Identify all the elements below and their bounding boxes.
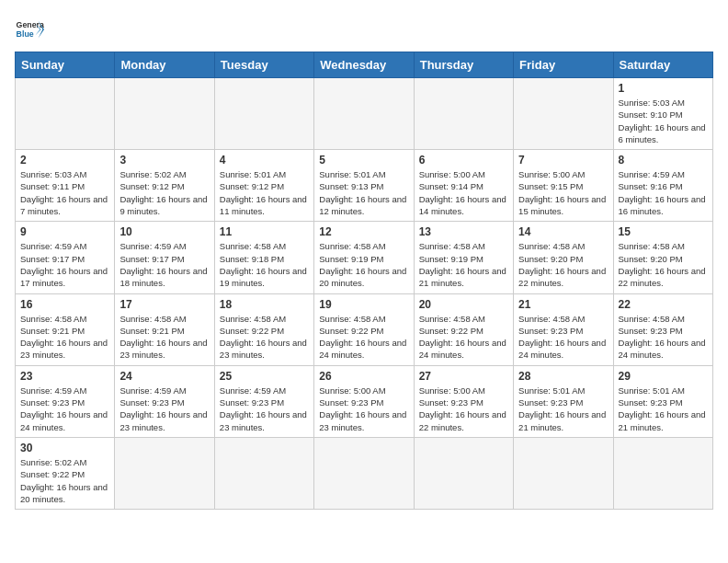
day-info: Sunrise: 4:59 AM Sunset: 9:23 PM Dayligh… [20,385,109,433]
day-number: 7 [518,154,608,167]
day-info: Sunrise: 5:01 AM Sunset: 9:13 PM Dayligh… [319,168,408,217]
day-info: Sunrise: 5:00 AM Sunset: 9:23 PM Dayligh… [419,385,508,433]
day-number: 8 [619,154,708,167]
day-cell: 15Sunrise: 4:58 AM Sunset: 9:20 PM Dayli… [613,222,712,293]
day-number: 24 [119,370,209,383]
day-cell: 11Sunrise: 4:58 AM Sunset: 9:18 PM Dayli… [214,222,313,293]
day-info: Sunrise: 5:01 AM Sunset: 9:23 PM Dayligh… [518,385,608,433]
day-cell: 20Sunrise: 4:58 AM Sunset: 9:22 PM Dayli… [414,293,513,365]
day-info: Sunrise: 4:58 AM Sunset: 9:18 PM Dayligh… [220,240,309,289]
day-cell: 25Sunrise: 4:59 AM Sunset: 9:23 PM Dayli… [214,365,313,437]
day-number: 21 [518,298,608,311]
header-row: SundayMondayTuesdayWednesdayThursdayFrid… [16,52,713,78]
svg-text:Blue: Blue [17,29,34,39]
logo: General Blue [15,15,44,44]
day-info: Sunrise: 5:02 AM Sunset: 9:22 PM Dayligh… [20,456,109,505]
header: General Blue [15,15,713,44]
week-row-6: 30Sunrise: 5:02 AM Sunset: 9:22 PM Dayli… [16,437,713,509]
day-cell: 24Sunrise: 4:59 AM Sunset: 9:23 PM Dayli… [115,365,214,437]
day-number: 16 [20,298,109,311]
day-cell [115,78,214,150]
day-cell: 1Sunrise: 5:03 AM Sunset: 9:10 PM Daylig… [613,78,712,150]
col-header-thursday: Thursday [414,52,513,78]
day-info: Sunrise: 5:01 AM Sunset: 9:23 PM Dayligh… [619,385,708,433]
day-cell: 6Sunrise: 5:00 AM Sunset: 9:14 PM Daylig… [414,150,513,222]
day-info: Sunrise: 5:00 AM Sunset: 9:23 PM Dayligh… [319,385,408,433]
day-info: Sunrise: 4:59 AM Sunset: 9:17 PM Dayligh… [20,240,109,289]
day-info: Sunrise: 4:59 AM Sunset: 9:23 PM Dayligh… [119,385,209,433]
day-cell [514,78,613,150]
day-info: Sunrise: 4:58 AM Sunset: 9:21 PM Dayligh… [119,313,209,362]
day-info: Sunrise: 5:00 AM Sunset: 9:15 PM Dayligh… [518,168,608,217]
day-cell: 9Sunrise: 4:59 AM Sunset: 9:17 PM Daylig… [16,222,115,293]
day-number: 19 [319,298,408,311]
day-cell [514,437,613,509]
day-info: Sunrise: 5:03 AM Sunset: 9:11 PM Dayligh… [20,168,109,217]
day-info: Sunrise: 4:58 AM Sunset: 9:23 PM Dayligh… [518,313,608,362]
day-cell [214,78,313,150]
day-cell: 17Sunrise: 4:58 AM Sunset: 9:21 PM Dayli… [115,293,214,365]
day-number: 9 [20,225,109,238]
day-number: 17 [119,298,209,311]
day-info: Sunrise: 5:00 AM Sunset: 9:14 PM Dayligh… [419,168,508,217]
day-cell: 4Sunrise: 5:01 AM Sunset: 9:12 PM Daylig… [214,150,313,222]
day-cell: 5Sunrise: 5:01 AM Sunset: 9:13 PM Daylig… [314,150,414,222]
day-number: 20 [419,298,508,311]
day-cell: 28Sunrise: 5:01 AM Sunset: 9:23 PM Dayli… [514,365,613,437]
calendar-table: SundayMondayTuesdayWednesdayThursdayFrid… [15,52,713,510]
day-cell [414,437,513,509]
day-number: 29 [619,370,708,383]
day-info: Sunrise: 4:59 AM Sunset: 9:16 PM Dayligh… [619,168,708,217]
week-row-3: 9Sunrise: 4:59 AM Sunset: 9:17 PM Daylig… [16,222,713,293]
day-info: Sunrise: 4:58 AM Sunset: 9:23 PM Dayligh… [619,313,708,362]
col-header-wednesday: Wednesday [314,52,414,78]
day-info: Sunrise: 5:01 AM Sunset: 9:12 PM Dayligh… [220,168,309,217]
day-cell [115,437,214,509]
day-info: Sunrise: 4:58 AM Sunset: 9:22 PM Dayligh… [419,313,508,362]
day-cell: 7Sunrise: 5:00 AM Sunset: 9:15 PM Daylig… [514,150,613,222]
day-number: 14 [518,225,608,238]
day-cell: 14Sunrise: 4:58 AM Sunset: 9:20 PM Dayli… [514,222,613,293]
day-number: 3 [119,154,209,167]
day-cell [214,437,313,509]
day-cell: 16Sunrise: 4:58 AM Sunset: 9:21 PM Dayli… [16,293,115,365]
day-number: 18 [220,298,309,311]
day-cell [16,78,115,150]
day-info: Sunrise: 4:59 AM Sunset: 9:17 PM Dayligh… [119,240,209,289]
day-cell: 21Sunrise: 4:58 AM Sunset: 9:23 PM Dayli… [514,293,613,365]
week-row-1: 1Sunrise: 5:03 AM Sunset: 9:10 PM Daylig… [16,78,713,150]
col-header-saturday: Saturday [613,52,712,78]
day-number: 11 [220,225,309,238]
day-number: 12 [319,225,408,238]
day-number: 4 [220,154,309,167]
day-number: 25 [220,370,309,383]
col-header-monday: Monday [115,52,214,78]
day-info: Sunrise: 4:59 AM Sunset: 9:23 PM Dayligh… [220,385,309,433]
week-row-4: 16Sunrise: 4:58 AM Sunset: 9:21 PM Dayli… [16,293,713,365]
day-number: 1 [619,82,708,95]
day-info: Sunrise: 4:58 AM Sunset: 9:19 PM Dayligh… [319,240,408,289]
day-number: 5 [319,154,408,167]
day-info: Sunrise: 4:58 AM Sunset: 9:20 PM Dayligh… [619,240,708,289]
day-cell [613,437,712,509]
day-cell: 26Sunrise: 5:00 AM Sunset: 9:23 PM Dayli… [314,365,414,437]
day-number: 27 [419,370,508,383]
logo-icon: General Blue [15,15,44,44]
day-cell: 22Sunrise: 4:58 AM Sunset: 9:23 PM Dayli… [613,293,712,365]
week-row-2: 2Sunrise: 5:03 AM Sunset: 9:11 PM Daylig… [16,150,713,222]
day-number: 13 [419,225,508,238]
day-number: 28 [518,370,608,383]
day-cell: 18Sunrise: 4:58 AM Sunset: 9:22 PM Dayli… [214,293,313,365]
day-number: 2 [20,154,109,167]
day-cell: 12Sunrise: 4:58 AM Sunset: 9:19 PM Dayli… [314,222,414,293]
day-info: Sunrise: 4:58 AM Sunset: 9:19 PM Dayligh… [419,240,508,289]
day-info: Sunrise: 5:02 AM Sunset: 9:12 PM Dayligh… [119,168,209,217]
day-number: 30 [20,442,109,454]
week-row-5: 23Sunrise: 4:59 AM Sunset: 9:23 PM Dayli… [16,365,713,437]
day-cell: 27Sunrise: 5:00 AM Sunset: 9:23 PM Dayli… [414,365,513,437]
day-info: Sunrise: 4:58 AM Sunset: 9:21 PM Dayligh… [20,313,109,362]
day-cell [414,78,513,150]
day-number: 10 [119,225,209,238]
col-header-sunday: Sunday [16,52,115,78]
day-cell [314,437,414,509]
